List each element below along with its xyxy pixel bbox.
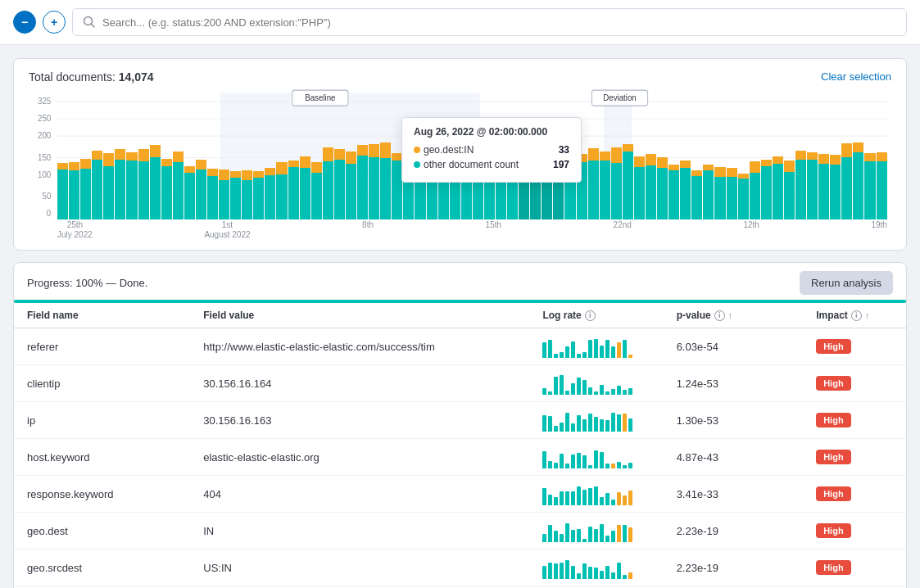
mini-chart bbox=[542, 519, 656, 542]
cell-pvalue: 1.30e-53 bbox=[667, 402, 807, 439]
bar-orange bbox=[92, 151, 102, 160]
mini-bar bbox=[594, 568, 598, 579]
mini-bar bbox=[560, 534, 564, 542]
bar-teal bbox=[150, 157, 161, 219]
bar-teal bbox=[807, 160, 818, 219]
mini-bar bbox=[617, 386, 621, 395]
tab-plus-button[interactable]: + bbox=[43, 11, 66, 34]
bar-teal bbox=[773, 164, 783, 219]
mini-bar bbox=[617, 462, 621, 468]
cell-field: ip bbox=[14, 402, 193, 439]
bar-orange bbox=[311, 162, 322, 173]
mini-bar bbox=[560, 352, 564, 358]
bar-group bbox=[807, 105, 818, 219]
mini-bar bbox=[548, 563, 552, 579]
tooltip-timestamp: Aug 26, 2022 @ 02:00:00.000 bbox=[414, 126, 569, 138]
bar-teal bbox=[161, 166, 172, 219]
bar-group bbox=[242, 105, 252, 219]
cell-pvalue: 2.23e-19 bbox=[667, 550, 807, 586]
bar-orange bbox=[784, 161, 795, 172]
bar-group bbox=[795, 105, 806, 219]
bar-group bbox=[727, 105, 737, 219]
impact-badge: High bbox=[816, 376, 850, 391]
bar-orange bbox=[623, 144, 633, 152]
mini-bar bbox=[582, 419, 587, 432]
bar-orange bbox=[877, 152, 887, 161]
x-label-15th: 15th bbox=[486, 220, 501, 240]
cell-field: referer bbox=[14, 328, 193, 365]
search-input[interactable] bbox=[102, 16, 896, 29]
lograte-info-icon[interactable]: i bbox=[585, 310, 596, 321]
bar-group bbox=[668, 105, 679, 219]
bar-teal bbox=[207, 176, 218, 219]
bar-group bbox=[841, 105, 852, 219]
tooltip-row-other: other document count 197 bbox=[414, 159, 569, 170]
bar-teal bbox=[380, 158, 391, 219]
svg-text:100: 100 bbox=[38, 170, 52, 179]
mini-chart bbox=[542, 335, 656, 358]
mini-bar bbox=[554, 497, 558, 505]
bar-orange bbox=[219, 170, 229, 180]
bar-teal bbox=[311, 173, 322, 219]
bar-orange bbox=[691, 170, 702, 176]
impact-info-icon[interactable]: i bbox=[851, 310, 862, 321]
cell-impact: High bbox=[806, 513, 906, 550]
bar-group bbox=[57, 105, 68, 219]
bar-orange bbox=[103, 153, 114, 166]
bar-group bbox=[288, 105, 299, 219]
bar-orange bbox=[634, 156, 645, 167]
bar-teal bbox=[138, 161, 149, 219]
bar-teal bbox=[877, 161, 887, 219]
cell-lograte bbox=[533, 365, 666, 402]
bar-group bbox=[161, 105, 172, 219]
bar-orange bbox=[115, 149, 125, 160]
bar-orange bbox=[657, 157, 668, 168]
bar-orange bbox=[80, 159, 91, 169]
bar-group bbox=[311, 105, 322, 219]
bar-group bbox=[126, 105, 137, 219]
mini-bar bbox=[611, 572, 615, 579]
bar-teal bbox=[841, 157, 852, 219]
bar-orange bbox=[184, 166, 195, 173]
bar-teal bbox=[600, 161, 610, 219]
mini-bar bbox=[594, 391, 598, 395]
mini-bar bbox=[617, 492, 621, 505]
tooltip-other-value: 197 bbox=[553, 159, 569, 170]
mini-bar bbox=[594, 486, 598, 505]
cell-value: 30.156.16.163 bbox=[193, 402, 533, 439]
bar-teal bbox=[253, 178, 264, 219]
mini-bar bbox=[577, 529, 581, 542]
rerun-analysis-button[interactable]: Rerun analysis bbox=[800, 271, 893, 295]
pvalue-sort-icon[interactable]: ↑ bbox=[728, 310, 733, 320]
mini-bar bbox=[611, 346, 615, 358]
mini-bar bbox=[628, 463, 632, 468]
clear-selection-link[interactable]: Clear selection bbox=[821, 70, 891, 83]
bar-group bbox=[138, 105, 149, 219]
x-label-1st: 1stAugust 2022 bbox=[204, 220, 250, 240]
bar-orange bbox=[727, 168, 737, 177]
bar-teal bbox=[795, 160, 806, 219]
cell-pvalue: 1.24e-53 bbox=[667, 365, 807, 402]
mini-bar bbox=[554, 354, 558, 358]
impact-sort-icon[interactable]: ↑ bbox=[865, 310, 870, 320]
mini-bar bbox=[605, 391, 610, 395]
mini-chart bbox=[542, 409, 656, 432]
bar-teal bbox=[57, 170, 68, 219]
mini-bar bbox=[542, 451, 546, 468]
mini-bar bbox=[571, 530, 575, 542]
bar-group bbox=[103, 105, 114, 219]
table-row: ip 30.156.16.163 1.30e-53 High bbox=[14, 402, 906, 439]
cell-impact: High bbox=[806, 439, 906, 476]
bar-orange bbox=[830, 155, 841, 165]
pvalue-info-icon[interactable]: i bbox=[714, 310, 725, 321]
tab-minus-button[interactable]: − bbox=[13, 11, 36, 34]
bar-teal bbox=[714, 177, 725, 219]
bar-orange bbox=[611, 147, 622, 163]
bar-group bbox=[253, 105, 264, 219]
mini-bar bbox=[577, 453, 581, 468]
svg-text:250: 250 bbox=[38, 114, 52, 123]
bar-group bbox=[611, 105, 622, 219]
bar-teal bbox=[357, 156, 368, 219]
bar-teal bbox=[184, 173, 195, 219]
mini-bar bbox=[628, 388, 632, 395]
